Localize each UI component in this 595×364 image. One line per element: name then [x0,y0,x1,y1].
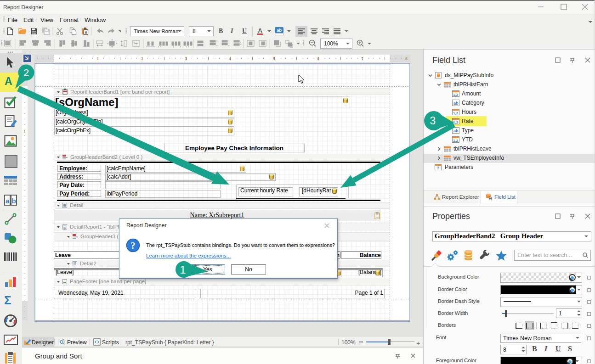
svg-text:ab: ab [453,101,459,106]
svg-text:ab: ab [453,129,459,133]
svg-text:?: ? [437,166,440,170]
svg-text:1,2: 1,2 [453,93,459,97]
svg-text:a: a [6,197,10,205]
svg-text:1,2: 1,2 [453,139,459,143]
svg-text:b: b [12,197,16,205]
svg-text:1,2: 1,2 [453,111,459,115]
svg-text:1,2: 1,2 [453,120,459,124]
svg-text:?: ? [131,241,136,251]
